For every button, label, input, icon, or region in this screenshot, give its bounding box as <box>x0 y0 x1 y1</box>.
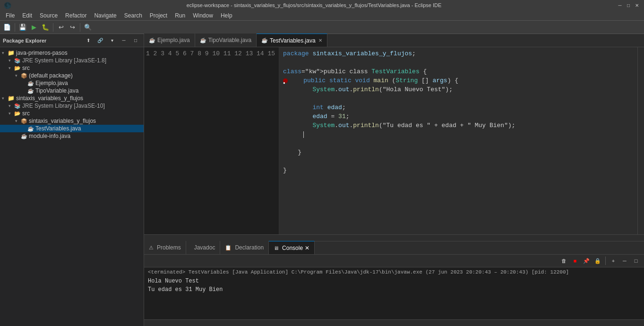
tree-item-jre-system-library2[interactable]: ▾📚JRE System Library [JavaSE-10] <box>0 102 144 110</box>
menu-item-file[interactable]: File <box>2 11 18 20</box>
tree-item-label: src <box>22 65 30 71</box>
menu-item-refactor[interactable]: Refactor <box>61 11 90 20</box>
console-scroll-lock-button[interactable]: 🔒 <box>592 256 603 266</box>
toolbar-undo-button[interactable]: ↩ <box>56 22 66 33</box>
pkg-maximize-button[interactable]: □ <box>130 35 141 46</box>
console-new-button[interactable]: + <box>608 256 618 266</box>
bottom-tab-label: Javadoc <box>194 244 215 251</box>
editor-tab-tipovariable[interactable]: ☕TipoVariable.java <box>195 34 257 47</box>
pkg-minimize-button[interactable]: ─ <box>119 35 129 46</box>
tab-close-button[interactable]: ✕ <box>318 38 322 43</box>
tree-expand-icon: ▾ <box>9 58 13 63</box>
tree-expand-icon: ▾ <box>2 51 7 55</box>
toolbar-separator-1 <box>15 23 15 32</box>
bottom-panel: ⚠ProblemsJavadoc📋Declaration🖥Console✕ 🗑 … <box>144 241 644 326</box>
tree-expand-icon: ▾ <box>2 96 7 101</box>
tree-file-icon: ☕ <box>27 80 34 86</box>
editor-tab-testvariables[interactable]: ☕TestVariables.java✕ <box>257 34 327 47</box>
menu-item-navigate[interactable]: Navigate <box>90 11 120 20</box>
console-pin-button[interactable]: 📌 <box>581 256 592 266</box>
tree-file-icon: 📂 <box>14 110 21 117</box>
menu-item-run[interactable]: Run <box>171 11 189 20</box>
package-explorer-toolbar: ⬆ 🔗 ▾ ─ □ <box>83 35 141 46</box>
bottom-tab-console[interactable]: 🖥Console✕ <box>269 241 315 254</box>
console-content-area: <terminated> TestVariables [Java Applica… <box>144 267 644 319</box>
tree-item-default-package[interactable]: ▾📦(default package) <box>0 72 144 79</box>
tree-file-icon: 📚 <box>14 103 21 109</box>
tree-item-label: TipoVariable.java <box>35 87 78 94</box>
pkg-menu-button[interactable]: ▾ <box>107 35 117 46</box>
console-output-line: Tu edad es 31 Muy Bien <box>148 285 640 294</box>
bottom-tab-bar: ⚠ProblemsJavadoc📋Declaration🖥Console✕ <box>144 241 644 255</box>
code-editor[interactable]: package sintaxis_variables_y_flujos; cla… <box>279 47 637 234</box>
tree-item-sintaxis-package[interactable]: ▾📦sintaxis_variables_y_flujos <box>0 117 144 125</box>
tree-file-icon: 📂 <box>14 65 21 71</box>
toolbar-search-button[interactable]: 🔍 <box>83 22 93 33</box>
tree-item-jre-system-library[interactable]: ▾📚JRE System Library [JavaSE-1.8] <box>0 57 144 64</box>
tree-item-src1[interactable]: ▾📂src <box>0 64 144 72</box>
tree-expand-icon: ▾ <box>9 111 13 116</box>
line-numbers: 1 2 3 4 5 6 7 8 9 10 11 12 13 14 15 <box>144 47 279 234</box>
pkg-link-button[interactable]: 🔗 <box>95 35 105 46</box>
bottom-tab-javadoc[interactable]: Javadoc <box>186 241 221 254</box>
tree-item-label: sintaxis_variables_y_flujos <box>29 118 96 124</box>
menu-item-window[interactable]: Window <box>189 11 217 20</box>
tree-file-icon: 📦 <box>21 118 27 124</box>
toolbar-run-button[interactable]: ▶ <box>29 22 39 33</box>
bottom-horizontal-scrollbar[interactable] <box>144 319 644 326</box>
tree-file-icon: 📦 <box>21 72 27 79</box>
toolbar-separator-2 <box>53 23 53 32</box>
editor-bottom-container: ☕Ejemplo.java☕TipoVariable.java☕TestVari… <box>144 34 644 326</box>
tree-item-label: module-info.java <box>29 133 70 139</box>
bottom-tab-problems[interactable]: ⚠Problems <box>144 241 186 254</box>
toolbar-debug-button[interactable]: 🐛 <box>40 22 51 33</box>
bottom-tab-icon: ⚠ <box>149 245 154 251</box>
editor-tab-ejemplo[interactable]: ☕Ejemplo.java <box>144 34 195 47</box>
console-terminate-button[interactable]: ■ <box>570 256 580 266</box>
tree-item-label: (default package) <box>29 72 73 79</box>
menu-item-search[interactable]: Search <box>120 11 146 20</box>
titlebar: 🌑 eclipse-workspace - sintaxis_variables… <box>0 0 644 10</box>
tree-item-ejemplo-java[interactable]: ☕Ejemplo.java <box>0 79 144 87</box>
menu-item-help[interactable]: Help <box>217 11 236 20</box>
menu-item-source[interactable]: Source <box>36 11 61 20</box>
editor-vertical-scrollbar[interactable] <box>637 47 644 234</box>
console-minimize-button[interactable]: ─ <box>619 256 630 266</box>
app-icon: 🌑 <box>4 2 11 9</box>
tree-item-java-primeros-pasos[interactable]: ▾📁java-primeros-pasos <box>0 49 144 57</box>
console-clear-button[interactable]: 🗑 <box>558 256 569 266</box>
tree-file-icon: ☕ <box>27 87 34 94</box>
toolbar-new-button[interactable]: 📄 <box>2 22 12 33</box>
console-toolbar-sep <box>605 257 606 265</box>
toolbar-redo-button[interactable]: ↪ <box>67 22 77 33</box>
bottom-tab-label: Console <box>282 245 303 251</box>
minimize-button[interactable]: ─ <box>617 2 623 9</box>
menu-item-edit[interactable]: Edit <box>18 11 36 20</box>
tree-item-label: src <box>22 110 30 117</box>
pkg-collapse-button[interactable]: ⬆ <box>83 35 94 46</box>
bottom-tab-icon: 🖥 <box>274 245 279 251</box>
console-terminated-line: <terminated> TestVariables [Java Applica… <box>148 269 640 275</box>
bottom-tab-close-button[interactable]: ✕ <box>305 245 309 251</box>
bottom-tab-declaration[interactable]: 📋Declaration <box>220 241 269 254</box>
menubar: FileEditSourceRefactorNavigateSearchProj… <box>0 10 644 21</box>
tree-item-moduleinfo-java[interactable]: ☕module-info.java <box>0 132 144 140</box>
tree-item-src2[interactable]: ▾📂src <box>0 110 144 117</box>
maximize-button[interactable]: □ <box>625 2 632 9</box>
tree-item-label: Ejemplo.java <box>35 80 68 86</box>
tree-item-testvariables-java[interactable]: ☕TestVariables.java <box>0 125 144 132</box>
toolbar-save-button[interactable]: 💾 <box>17 22 28 33</box>
tab-icon: ☕ <box>261 37 268 43</box>
menu-item-project[interactable]: Project <box>146 11 171 20</box>
editor-content: 1 2 3 4 5 6 7 8 9 10 11 12 13 14 15 pack… <box>144 47 644 234</box>
console-output-line: Hola Nuevo Test <box>148 277 640 285</box>
tab-label: TestVariables.java <box>270 37 316 44</box>
main-area: Package Explorer ⬆ 🔗 ▾ ─ □ ▾📁java-primer… <box>0 34 644 326</box>
close-button[interactable]: ✕ <box>634 2 640 9</box>
tree-item-tipovariable-java[interactable]: ☕TipoVariable.java <box>0 87 144 94</box>
editor-horizontal-scrollbar[interactable] <box>144 234 644 241</box>
tree-item-sintaxis-project[interactable]: ▾📁sintaxis_variables_y_flujos <box>0 94 144 102</box>
bottom-tab-label: Declaration <box>235 244 264 251</box>
tree-item-label: JRE System Library [JavaSE-1.8] <box>22 57 106 64</box>
console-maximize-button[interactable]: □ <box>631 256 641 266</box>
